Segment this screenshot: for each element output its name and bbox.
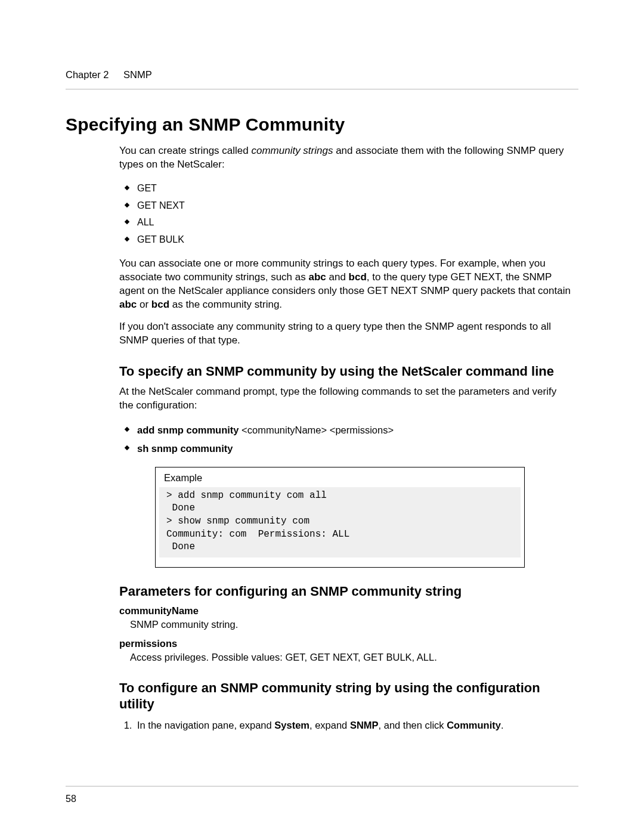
intro-paragraph: You can create strings called community … (119, 144, 572, 172)
bold-text: abc (308, 271, 326, 283)
subheading-params: Parameters for configuring an SNMP commu… (119, 583, 572, 600)
step-item: In the navigation pane, expand System, e… (135, 719, 572, 732)
text: and (326, 271, 349, 283)
bold-text: bcd (151, 299, 169, 310)
chapter-label: Chapter 2 (66, 69, 109, 80)
list-item: GET BULK (119, 231, 572, 249)
param-block: permissions Access privileges. Possible … (119, 638, 572, 664)
bold-text: abc (119, 299, 137, 310)
subheading-gui: To configure an SNMP community string by… (119, 680, 572, 713)
example-code: > add snmp community com all Done > show… (159, 487, 521, 558)
running-header: Chapter 2 SNMP (66, 69, 578, 89)
param-block: communityName SNMP community string. (119, 605, 572, 631)
text: as the community string. (169, 299, 282, 310)
query-type-list: GET GET NEXT ALL GET BULK (119, 180, 572, 249)
command-bold: add snmp community (137, 425, 239, 435)
text: or (137, 299, 151, 310)
list-item: sh snmp community (119, 439, 572, 458)
subheading-cli: To specify an SNMP community by using th… (119, 363, 572, 380)
param-desc: SNMP community string. (130, 618, 572, 631)
text: You can create strings called (119, 145, 251, 156)
footer-rule (66, 786, 578, 786)
paragraph: You can associate one or more community … (119, 257, 572, 312)
command-list: add snmp community <communityName> <perm… (119, 421, 572, 459)
paragraph: If you don't associate any community str… (119, 320, 572, 348)
list-item: add snmp community <communityName> <perm… (119, 421, 572, 439)
param-desc: Access privileges. Possible values: GET,… (130, 651, 572, 664)
page-number: 58 (66, 794, 76, 804)
example-label: Example (156, 467, 524, 487)
list-item: GET NEXT (119, 197, 572, 215)
list-item: ALL (119, 214, 572, 231)
example-box: Example > add snmp community com all Don… (155, 467, 525, 568)
emphasis-text: community strings (251, 145, 333, 156)
bold-text: System (274, 720, 309, 730)
text: . (501, 720, 504, 730)
list-item: GET (119, 180, 572, 197)
paragraph: At the NetScaler command prompt, type th… (119, 385, 572, 413)
section-label: SNMP (123, 69, 152, 80)
command-args: <communityName> <permissions> (239, 425, 394, 435)
text: In the navigation pane, expand (137, 720, 274, 730)
steps-list: In the navigation pane, expand System, e… (119, 719, 572, 732)
param-name: permissions (119, 638, 572, 649)
param-name: communityName (119, 605, 572, 617)
text: , expand (309, 720, 350, 730)
bold-text: bcd (349, 271, 367, 283)
bold-text: Community (447, 720, 501, 730)
command-bold: sh snmp community (137, 443, 233, 454)
bold-text: SNMP (350, 720, 379, 730)
page-title: Specifying an SNMP Community (66, 114, 578, 135)
text: , and then click (379, 720, 447, 730)
